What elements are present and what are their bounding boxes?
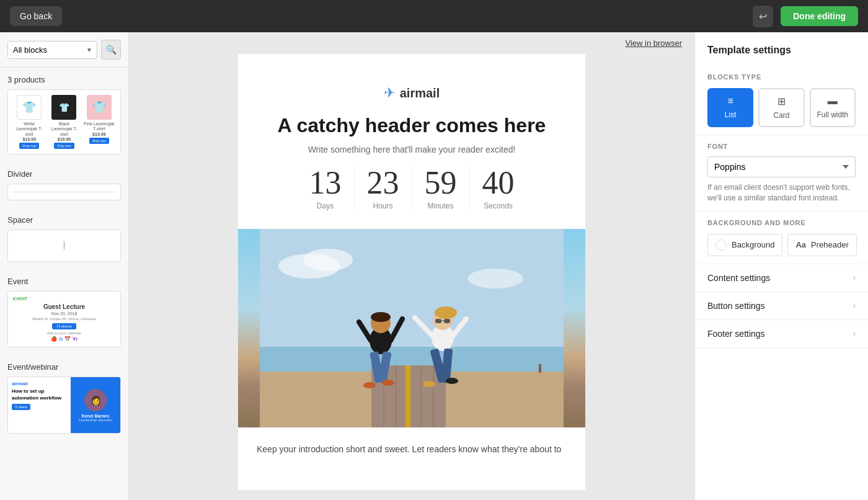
footer-settings-section[interactable]: Footer settings › <box>695 320 868 348</box>
background-options-row: Background Aa Preheader <box>707 234 856 256</box>
spacer-section: Spacer I <box>0 208 128 269</box>
font-select-wrapper: Poppins Arial Georgia Helvetica Times Ne… <box>707 156 856 177</box>
svg-point-33 <box>446 378 458 384</box>
webinar-title: How to set up automation workflow <box>12 388 67 401</box>
list-icon: ≡ <box>727 96 733 107</box>
svg-rect-34 <box>539 364 541 373</box>
card-icon: ⊞ <box>777 96 786 107</box>
full-width-icon: ▬ <box>828 96 838 107</box>
search-button[interactable]: 🔍 <box>101 40 121 60</box>
button-settings-title: Button settings <box>707 301 765 311</box>
left-sidebar: All blocks Basic Products Events ▼ 🔍 3 p… <box>0 32 129 500</box>
product-item-3: 👕 Pink Lavemojak T-shirt $19.99 Shop now <box>83 95 115 149</box>
canvas-area: View in browser ✈ airmail A catchy heade… <box>129 32 694 500</box>
footer-settings-title: Footer settings <box>707 329 765 339</box>
countdown-seconds-label: Seconds <box>482 202 515 210</box>
countdown-hours-number: 23 <box>367 167 399 199</box>
yahoo-calendar-icon: Y! <box>73 336 78 342</box>
svg-rect-0 <box>260 229 564 359</box>
svg-point-20 <box>363 382 376 388</box>
spacer-block-preview[interactable]: I <box>7 230 121 262</box>
beach-scene-svg <box>260 229 564 427</box>
topbar-left: Go back <box>10 6 62 26</box>
go-back-button[interactable]: Go back <box>10 6 62 26</box>
preheader-option[interactable]: Aa Preheader <box>787 234 856 256</box>
card-type-button[interactable]: ⊞ Card <box>758 88 804 127</box>
event-date: Nov 20, 2018 <box>13 311 115 316</box>
webinar-speaker-role: Leadership educator <box>79 418 113 422</box>
countdown-timer: 13 Days 23 Hours 59 Minutes 40 Seconds <box>257 167 567 210</box>
history-button[interactable]: ↩ <box>753 6 773 27</box>
full-width-type-label: Full width <box>817 110 848 119</box>
webinar-attend-btn[interactable]: I'll attend <box>12 404 30 410</box>
background-option[interactable]: Background <box>707 234 782 256</box>
product-price-2: $19.99 <box>48 137 80 141</box>
divider-block-preview[interactable] <box>7 184 121 200</box>
product-image-1: 👕 <box>17 95 42 120</box>
card-type-label: Card <box>773 111 789 120</box>
canvas-topbar: View in browser <box>129 32 694 54</box>
countdown-seconds: 40 Seconds <box>470 167 527 210</box>
event-section: Event EVENT Guest Lecture Nov 20, 2018 M… <box>0 269 128 355</box>
footer-settings-chevron: › <box>853 329 856 338</box>
webinar-preview-inner: airmail How to set up automation workflo… <box>8 377 120 433</box>
svg-point-27 <box>435 306 457 319</box>
product-shop-btn-2[interactable]: Shop now <box>54 143 74 149</box>
webinar-block-preview[interactable]: airmail How to set up automation workflo… <box>7 377 121 434</box>
countdown-hours: 23 Hours <box>355 167 412 210</box>
email-subtext: Write something here that'll make your r… <box>257 145 567 154</box>
preheader-aa-icon: Aa <box>795 240 806 249</box>
countdown-days-number: 13 <box>309 167 342 199</box>
button-settings-section[interactable]: Button settings › <box>695 292 868 320</box>
svg-point-32 <box>423 381 435 387</box>
list-type-label: List <box>725 110 737 119</box>
event-calendar-icons: 🍎 G 📅 Y! <box>13 336 115 342</box>
spacer-cursor-icon: I <box>63 239 66 252</box>
product-name-3: Pink Lavemojak T-shirt <box>83 122 115 132</box>
product-shop-btn-3[interactable]: Shop now <box>89 138 109 144</box>
countdown-seconds-number: 40 <box>482 167 515 199</box>
logo-icon: ✈ <box>384 85 395 101</box>
background-color-swatch <box>715 239 727 251</box>
divider-section-title: Divider <box>7 169 121 179</box>
topbar: Go back ↩ Done editing <box>0 0 868 32</box>
event-name: Guest Lecture <box>13 303 115 310</box>
countdown-minutes-label: Minutes <box>425 202 457 210</box>
topbar-right: ↩ Done editing <box>753 6 858 27</box>
background-option-label: Background <box>732 240 774 249</box>
template-settings-title: Template settings <box>695 45 868 66</box>
product-name-1: White Lavemojak T-shirt <box>13 122 45 137</box>
block-filter-select[interactable]: All blocks Basic Products Events <box>7 41 97 59</box>
done-editing-button[interactable]: Done editing <box>781 6 858 26</box>
spacer-preview-inner: I <box>8 230 120 261</box>
countdown-hours-label: Hours <box>367 202 399 210</box>
webinar-speaker-name: Kenzi Barnes <box>82 414 109 418</box>
webinar-section: Event/webinar airmail How to set up auto… <box>0 355 128 441</box>
full-width-type-button[interactable]: ▬ Full width <box>810 88 856 127</box>
event-preview-inner: EVENT Guest Lecture Nov 20, 2018 Matelli… <box>8 292 120 347</box>
font-select[interactable]: Poppins Arial Georgia Helvetica Times Ne… <box>707 156 856 177</box>
list-type-button[interactable]: ≡ List <box>707 88 753 127</box>
email-header: ✈ airmail A catchy header comes here Wri… <box>238 73 585 229</box>
svg-rect-25 <box>444 319 450 323</box>
event-block-preview[interactable]: EVENT Guest Lecture Nov 20, 2018 Matelli… <box>7 291 121 347</box>
blocks-type-row: ≡ List ⊞ Card ▬ Full width <box>707 88 856 127</box>
blocks-type-label: BLOCKS TYPE <box>707 73 856 81</box>
products-section-title: 3 products <box>7 75 121 84</box>
google-calendar-icon: G <box>59 336 63 342</box>
beach-background <box>238 229 585 427</box>
product-image-3: 👕 <box>87 95 112 120</box>
event-attend-btn[interactable]: I'll attend <box>52 323 77 329</box>
countdown-days: 13 Days <box>297 167 355 210</box>
email-body-text: Keep your introduction short and sweet. … <box>238 427 585 471</box>
product-shop-btn-1[interactable]: Shop now <box>19 143 39 149</box>
logo-text: airmail <box>400 86 440 100</box>
search-icon: 🔍 <box>106 45 117 55</box>
content-settings-section[interactable]: Content settings › <box>695 264 868 292</box>
background-section-label: BACKGROUND AND MORE <box>707 219 856 226</box>
webinar-right-panel: 👩 Kenzi Barnes Leadership educator <box>71 377 120 433</box>
products-block-preview[interactable]: 👕 White Lavemojak T-shirt $19.99 Shop no… <box>7 89 121 154</box>
view-in-browser-link[interactable]: View in browser <box>625 38 682 48</box>
svg-point-3 <box>467 269 523 288</box>
font-label: FONT <box>707 143 856 150</box>
